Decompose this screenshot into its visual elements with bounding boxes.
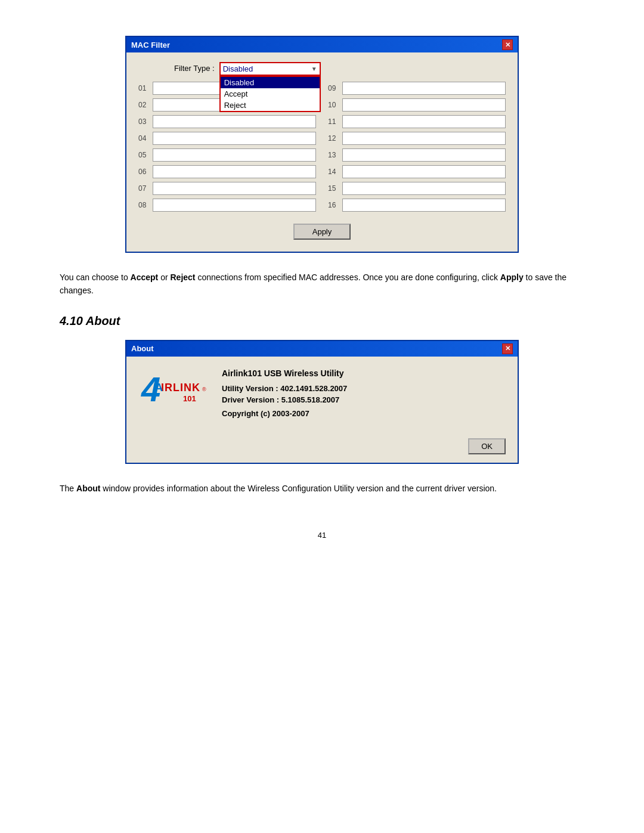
mac-num-13: 13	[328, 151, 342, 159]
mac-input-10[interactable]	[342, 98, 506, 112]
mac-num-10: 10	[328, 101, 342, 109]
about-title: About	[131, 344, 154, 353]
mac-input-07[interactable]	[153, 182, 316, 195]
section-heading-about: 4.10 About	[60, 314, 584, 328]
mac-row-07: 07	[138, 182, 316, 195]
mac-row-15: 15	[328, 182, 506, 195]
mac-row-14: 14	[328, 165, 506, 178]
mac-num-08: 08	[138, 201, 153, 209]
body-text-1: You can choose to	[60, 272, 131, 282]
airlink-logo: 4 IRLINK 101 A ®	[138, 368, 210, 412]
svg-text:®: ®	[202, 386, 206, 392]
mac-input-13[interactable]	[342, 148, 506, 162]
dropdown-option-reject[interactable]: Reject	[221, 100, 320, 111]
mac-input-09[interactable]	[342, 82, 506, 95]
airlink-logo-svg: 4 IRLINK 101 A ®	[138, 368, 210, 410]
mac-row-03: 03	[138, 115, 316, 128]
mac-row-13: 13	[328, 148, 506, 162]
about-ok-button[interactable]: OK	[468, 438, 506, 454]
mac-row-16: 16	[328, 199, 506, 212]
apply-button[interactable]: Apply	[293, 224, 351, 240]
mac-num-06: 06	[138, 168, 153, 176]
body-text-about-bold: About	[76, 484, 100, 493]
mac-input-03[interactable]	[153, 115, 316, 128]
mac-num-09: 09	[328, 84, 342, 92]
body-text-about-1: The	[60, 484, 76, 493]
mac-num-01: 01	[138, 84, 153, 92]
mac-column-right: 09 10 11 12 13	[328, 82, 506, 215]
mac-row-12: 12	[328, 132, 506, 145]
mac-input-05[interactable]	[153, 148, 316, 162]
mac-input-06[interactable]	[153, 165, 316, 178]
about-close-button[interactable]: ✕	[502, 343, 513, 354]
body-text-2: or	[158, 272, 170, 282]
mac-filter-title: MAC Filter	[131, 41, 170, 49]
mac-row-08: 08	[138, 199, 316, 212]
dropdown-option-disabled[interactable]: Disabled	[221, 77, 320, 88]
mac-num-14: 14	[328, 168, 342, 176]
mac-num-07: 07	[138, 184, 153, 193]
dropdown-option-accept[interactable]: Accept	[221, 88, 320, 100]
mac-input-12[interactable]	[342, 132, 506, 145]
body-text-about-2: window provides information about the Wi…	[100, 484, 497, 493]
body-text-3: connections from specified MAC addresses…	[196, 272, 500, 282]
body-text-apply: Apply	[500, 272, 524, 282]
mac-row-04: 04	[138, 132, 316, 145]
svg-text:IRLINK: IRLINK	[161, 382, 200, 394]
filter-type-dropdown-container: Disabled ▼ Disabled Accept Reject	[219, 62, 321, 76]
about-window: About ✕ 4 IRLINK 101 A ® Airlink101 USB …	[125, 340, 519, 464]
mac-filter-content: Filter Type : Disabled ▼ Disabled Accept…	[126, 52, 518, 252]
about-driver-version: Driver Version : 5.1085.518.2007	[222, 395, 506, 404]
about-description: The About window provides information ab…	[60, 482, 584, 495]
svg-text:A: A	[155, 382, 163, 394]
mac-input-08[interactable]	[153, 199, 316, 212]
filter-type-dropdown-menu: Disabled Accept Reject	[219, 76, 321, 112]
about-info: Airlink101 USB Wireless Utility Utility …	[222, 368, 506, 420]
mac-input-15[interactable]	[342, 182, 506, 195]
body-text-accept: Accept	[131, 272, 159, 282]
mac-num-02: 02	[138, 101, 153, 109]
mac-row-10: 10	[328, 98, 506, 112]
mac-input-16[interactable]	[342, 199, 506, 212]
mac-input-04[interactable]	[153, 132, 316, 145]
about-utility-version: Utility Version : 402.1491.528.2007	[222, 384, 506, 393]
svg-text:101: 101	[183, 394, 196, 403]
mac-filter-titlebar: MAC Filter ✕	[126, 37, 518, 52]
dropdown-arrow-icon: ▼	[311, 66, 317, 72]
apply-row: Apply	[138, 224, 506, 240]
mac-row-09: 09	[328, 82, 506, 95]
mac-num-15: 15	[328, 184, 342, 193]
mac-input-14[interactable]	[342, 165, 506, 178]
mac-num-04: 04	[138, 134, 153, 143]
about-titlebar: About ✕	[126, 341, 518, 357]
about-copyright: Copyright (c) 2003-2007	[222, 409, 506, 418]
about-ok-row: OK	[126, 432, 518, 463]
body-text-reject: Reject	[171, 272, 196, 282]
mac-num-11: 11	[328, 117, 342, 126]
filter-type-row: Filter Type : Disabled ▼ Disabled Accept…	[138, 62, 506, 76]
page-number: 41	[60, 531, 584, 540]
mac-address-grid: 01 02 03 04 05	[138, 82, 506, 215]
filter-type-selected-value: Disabled	[223, 64, 253, 73]
mac-num-12: 12	[328, 134, 342, 143]
mac-num-16: 16	[328, 201, 342, 209]
mac-row-06: 06	[138, 165, 316, 178]
about-app-name: Airlink101 USB Wireless Utility	[222, 368, 506, 378]
mac-num-03: 03	[138, 117, 153, 126]
filter-type-label: Filter Type :	[174, 62, 215, 73]
mac-filter-window: MAC Filter ✕ Filter Type : Disabled ▼ Di…	[125, 36, 519, 253]
mac-input-11[interactable]	[342, 115, 506, 128]
mac-row-11: 11	[328, 115, 506, 128]
filter-type-select[interactable]: Disabled ▼	[219, 62, 321, 76]
mac-filter-description: You can choose to Accept or Reject conne…	[60, 271, 584, 298]
about-content: 4 IRLINK 101 A ® Airlink101 USB Wireless…	[126, 357, 518, 432]
mac-filter-close-button[interactable]: ✕	[502, 39, 513, 50]
mac-num-05: 05	[138, 151, 153, 159]
mac-row-05: 05	[138, 148, 316, 162]
